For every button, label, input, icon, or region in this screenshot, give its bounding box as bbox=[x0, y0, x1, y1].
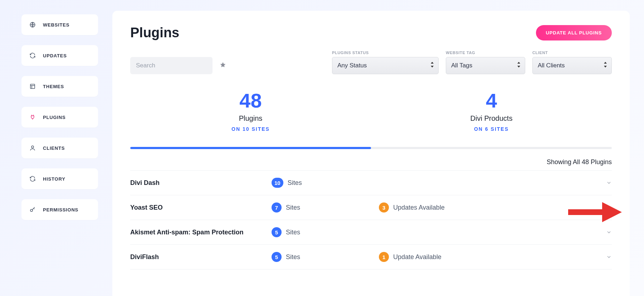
updates-label: Updates Available bbox=[393, 204, 445, 211]
sidebar-item-websites[interactable]: WEBSITES bbox=[21, 14, 98, 35]
select-caret-icon bbox=[604, 62, 607, 70]
tag-select[interactable]: All Tags bbox=[446, 57, 525, 74]
select-caret-icon bbox=[517, 62, 521, 70]
svg-rect-1 bbox=[30, 84, 35, 89]
updates-badge: 3 bbox=[379, 202, 389, 213]
main-panel: Plugins UPDATE ALL PLUGINS PLUGINS STATU… bbox=[112, 11, 630, 296]
plugin-name: Yoast SEO bbox=[130, 204, 272, 211]
sidebar-item-plugins[interactable]: PLUGINS bbox=[21, 107, 98, 128]
status-select-value: Any Status bbox=[337, 62, 367, 69]
chevron-down-icon[interactable] bbox=[606, 229, 612, 235]
sites-badge: 10 bbox=[272, 178, 283, 188]
refresh-icon bbox=[29, 52, 36, 59]
plugins-subcaption: ON 10 SITES bbox=[130, 126, 371, 132]
updates-label: Update Available bbox=[393, 253, 441, 261]
filters-row: PLUGINS STATUS Any Status WEBSITE TAG Al… bbox=[130, 51, 612, 74]
sidebar-item-history[interactable]: HISTORY bbox=[21, 168, 98, 189]
layout-icon bbox=[29, 83, 36, 90]
sidebar-item-label: THEMES bbox=[43, 84, 64, 89]
status-select[interactable]: Any Status bbox=[332, 57, 439, 74]
refresh-icon bbox=[29, 176, 36, 182]
svg-point-3 bbox=[30, 209, 33, 211]
plugin-row[interactable]: DiviFlash 5 Sites 1 Update Available bbox=[130, 245, 612, 269]
sidebar: WEBSITES UPDATES THEMES PLUGINS CLIENTS bbox=[21, 11, 98, 296]
sidebar-item-label: HISTORY bbox=[43, 176, 65, 182]
sidebar-item-label: PLUGINS bbox=[43, 115, 65, 120]
sidebar-item-label: WEBSITES bbox=[43, 22, 69, 28]
tab-divi-products[interactable]: 4 Divi Products ON 6 SITES bbox=[371, 91, 612, 132]
plugin-row[interactable]: Divi Dash 10 Sites bbox=[130, 171, 612, 195]
client-filter-label: CLIENT bbox=[532, 51, 612, 55]
sites-label: Sites bbox=[286, 229, 300, 236]
select-caret-icon bbox=[430, 62, 434, 70]
sidebar-item-label: PERMISSIONS bbox=[43, 207, 78, 213]
key-icon bbox=[29, 206, 36, 213]
chevron-down-icon[interactable] bbox=[606, 254, 612, 260]
chevron-down-icon[interactable] bbox=[606, 205, 612, 210]
plugins-caption: Plugins bbox=[130, 114, 371, 123]
sites-badge: 5 bbox=[272, 227, 282, 237]
plugins-count: 48 bbox=[130, 91, 371, 111]
tag-filter-label: WEBSITE TAG bbox=[446, 51, 525, 55]
globe-icon bbox=[29, 22, 36, 28]
sites-badge: 7 bbox=[272, 202, 282, 213]
sidebar-item-updates[interactable]: UPDATES bbox=[21, 45, 98, 66]
plug-icon bbox=[29, 114, 36, 120]
sidebar-item-permissions[interactable]: PERMISSIONS bbox=[21, 199, 98, 220]
user-icon bbox=[29, 145, 36, 151]
divi-subcaption: ON 6 SITES bbox=[371, 126, 612, 132]
sidebar-item-label: UPDATES bbox=[43, 53, 67, 58]
sites-label: Sites bbox=[286, 253, 300, 261]
update-all-button[interactable]: UPDATE ALL PLUGINS bbox=[536, 25, 612, 40]
tab-plugins[interactable]: 48 Plugins ON 10 SITES bbox=[130, 91, 371, 132]
page-title: Plugins bbox=[130, 25, 179, 40]
sidebar-item-label: CLIENTS bbox=[43, 145, 65, 151]
client-select[interactable]: All Clients bbox=[532, 57, 612, 74]
svg-point-2 bbox=[31, 146, 34, 148]
status-filter-label: PLUGINS STATUS bbox=[332, 51, 439, 55]
sites-label: Sites bbox=[286, 204, 300, 211]
divi-caption: Divi Products bbox=[371, 114, 612, 123]
plugin-row[interactable]: Yoast SEO 7 Sites 3 Updates Available bbox=[130, 195, 612, 220]
tab-indicator bbox=[130, 147, 371, 149]
sites-badge: 5 bbox=[272, 252, 282, 262]
stats-tabs: 48 Plugins ON 10 SITES 4 Divi Products O… bbox=[130, 91, 612, 132]
chevron-down-icon[interactable] bbox=[606, 180, 612, 186]
updates-badge: 1 bbox=[379, 252, 389, 262]
divi-count: 4 bbox=[371, 91, 612, 111]
favorite-star-icon[interactable] bbox=[220, 62, 226, 70]
search-input[interactable] bbox=[130, 57, 213, 74]
client-select-value: All Clients bbox=[538, 62, 565, 69]
plugin-list: Divi Dash 10 Sites Yoast SEO 7 Sites 3 U… bbox=[130, 170, 612, 269]
tag-select-value: All Tags bbox=[451, 62, 472, 69]
sidebar-item-themes[interactable]: THEMES bbox=[21, 76, 98, 97]
sites-label: Sites bbox=[288, 179, 302, 187]
plugin-name: DiviFlash bbox=[130, 253, 272, 261]
tab-indicator-track bbox=[130, 147, 612, 149]
sidebar-item-clients[interactable]: CLIENTS bbox=[21, 138, 98, 158]
plugin-row[interactable]: Akismet Anti-spam: Spam Protection 5 Sit… bbox=[130, 220, 612, 245]
plugin-name: Divi Dash bbox=[130, 179, 272, 187]
plugin-name: Akismet Anti-spam: Spam Protection bbox=[130, 229, 272, 236]
result-count: Showing All 48 Plugins bbox=[130, 158, 612, 166]
